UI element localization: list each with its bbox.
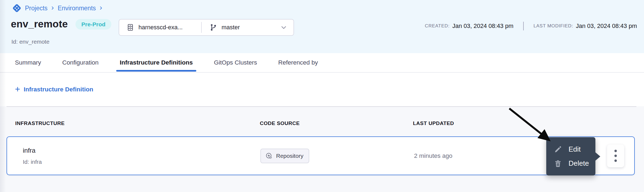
environment-meta: CREATED: Jan 03, 2024 08:43 pm LAST MODI… xyxy=(425,22,637,30)
plus-icon: + xyxy=(15,85,20,94)
tab-gitops-clusters[interactable]: GitOps Clusters xyxy=(214,53,257,72)
table-row[interactable]: infra Id: infra Repository 2 minutes ago xyxy=(7,136,635,175)
created-value: Jan 03, 2024 08:43 pm xyxy=(452,23,513,30)
tab-configuration[interactable]: Configuration xyxy=(62,53,99,72)
column-header-last-updated: LAST UPDATED xyxy=(413,120,454,126)
column-header-infrastructure: INFRASTRUCTURE xyxy=(15,120,65,126)
kebab-menu-icon xyxy=(614,155,617,157)
drawer-icon xyxy=(126,23,134,31)
menu-item-edit[interactable]: Edit xyxy=(554,145,595,153)
menu-item-edit-label: Edit xyxy=(569,145,581,153)
last-modified-label: LAST MODIFIED: xyxy=(533,23,573,29)
breadcrumb-chevron-icon: › xyxy=(51,4,54,11)
column-header-code-source: CODE SOURCE xyxy=(260,120,300,126)
created-label: CREATED: xyxy=(425,23,450,29)
git-branch-icon xyxy=(209,23,217,31)
environment-type-badge: Pre-Prod xyxy=(75,19,112,30)
page-header: Projects › Environments › env_remote Pre… xyxy=(0,0,644,53)
infrastructure-identifier: Id: infra xyxy=(23,159,42,165)
breadcrumb-environments-link[interactable]: Environments xyxy=(58,5,96,12)
environment-details-page: Projects › Environments › env_remote Pre… xyxy=(0,0,644,192)
menu-item-delete-label: Delete xyxy=(569,159,589,168)
kebab-menu-icon xyxy=(614,159,617,162)
breadcrumb-projects-link[interactable]: Projects xyxy=(25,5,48,12)
repository-icon xyxy=(265,152,273,160)
chevron-down-icon[interactable] xyxy=(280,24,288,31)
meta-divider xyxy=(523,22,524,30)
last-updated-cell: 2 minutes ago xyxy=(414,152,452,159)
git-repo-branch-selector[interactable]: harnesscd-exa... master xyxy=(119,19,294,36)
tab-summary[interactable]: Summary xyxy=(15,53,41,72)
trash-icon xyxy=(554,160,562,167)
environment-tabs: Summary Configuration Infrastructure Def… xyxy=(0,53,644,73)
infrastructure-toolbar: + Infrastructure Definition xyxy=(0,73,644,106)
code-source-badge: Repository xyxy=(260,149,309,163)
infrastructure-name-cell: infra Id: infra xyxy=(23,147,42,165)
branch-name: master xyxy=(222,24,240,31)
repository-segment: harnesscd-exa... xyxy=(119,23,201,31)
harness-projects-icon xyxy=(12,3,22,13)
menu-item-delete[interactable]: Delete xyxy=(554,159,595,168)
infrastructure-list: INFRASTRUCTURE CODE SOURCE LAST UPDATED … xyxy=(0,106,644,192)
code-source-label: Repository xyxy=(276,153,303,159)
tab-referenced-by[interactable]: Referenced by xyxy=(278,53,318,72)
breadcrumb-chevron-icon: › xyxy=(99,4,103,11)
row-actions-button[interactable] xyxy=(607,145,624,167)
pencil-icon xyxy=(554,146,562,153)
infrastructure-name: infra xyxy=(23,147,42,154)
toolbar-divider xyxy=(7,106,636,107)
row-actions-menu: Edit Delete xyxy=(546,137,595,175)
breadcrumb: Projects › Environments › xyxy=(12,3,103,13)
last-modified-value: Jan 03, 2024 08:43 pm xyxy=(576,23,637,30)
add-infrastructure-definition-button[interactable]: + Infrastructure Definition xyxy=(15,85,93,94)
tab-infrastructure-definitions[interactable]: Infrastructure Definitions xyxy=(120,53,193,72)
add-infrastructure-definition-label: Infrastructure Definition xyxy=(24,86,93,93)
repository-name: harnesscd-exa... xyxy=(138,24,183,31)
kebab-menu-icon xyxy=(614,150,617,152)
branch-segment: master xyxy=(202,23,240,31)
environment-identifier: Id: env_remote xyxy=(11,39,49,45)
title-row: env_remote Pre-Prod xyxy=(11,18,111,30)
page-title: env_remote xyxy=(11,18,68,30)
